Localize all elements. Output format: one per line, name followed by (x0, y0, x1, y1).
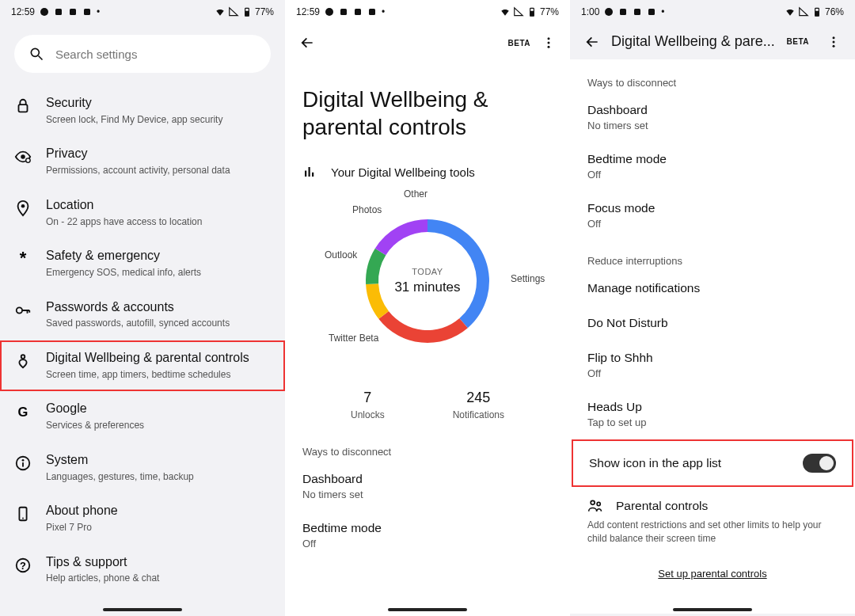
stat-label: Notifications (453, 409, 504, 420)
stat-unlocks[interactable]: 7 Unlocks (351, 390, 385, 420)
chart-label-other: Other (404, 188, 428, 200)
item-title: Flip to Shhh (587, 351, 838, 365)
stat-notifications[interactable]: 245 Notifications (453, 390, 504, 420)
item-title: Bedtime mode (587, 152, 838, 166)
search-bar[interactable] (14, 35, 271, 73)
item-dashboard[interactable]: Dashboard No timers set (285, 462, 570, 511)
status-time: 12:59 (11, 6, 35, 17)
section-ways-to-disconnect: Ways to disconnect (285, 432, 570, 462)
status-time: 1:00 (581, 6, 599, 17)
setting-item-digital-wellbeing-parental-controls[interactable]: Digital Wellbeing & parental controls Sc… (0, 340, 285, 391)
setting-item-google[interactable]: G Google Services & preferences (0, 391, 285, 442)
setting-item-tips-support[interactable]: ? Tips & support Help articles, phone & … (0, 545, 285, 595)
parental-controls-link[interactable]: Set up parental controls (570, 557, 855, 591)
setting-item-about-phone[interactable]: About phone Pixel 7 Pro (0, 493, 285, 544)
toggle-switch[interactable] (803, 454, 836, 473)
beta-badge: BETA (508, 39, 530, 48)
battery-icon (526, 6, 538, 17)
signal-icon (513, 6, 524, 17)
svg-rect-38 (648, 9, 655, 15)
svg-point-35 (605, 8, 613, 16)
app-icon (339, 7, 348, 17)
messenger-icon (604, 7, 614, 17)
item-focus-mode[interactable]: Focus modeOff (570, 192, 855, 241)
setting-text: Security Screen lock, Find My Device, ap… (46, 95, 271, 126)
stat-label: Unlocks (351, 409, 385, 420)
app-icon (82, 7, 92, 17)
info-icon (14, 454, 32, 472)
app-icon (353, 7, 363, 17)
toggle-label: Show icon in the app list (589, 456, 721, 470)
chart-label-settings: Settings (511, 273, 545, 284)
setting-text: System Languages, gestures, time, backup (46, 452, 271, 483)
key-icon (14, 302, 32, 319)
status-time: 12:59 (296, 6, 320, 17)
donut-slice-photos[interactable] (366, 249, 386, 284)
donut-slice-outlook[interactable] (366, 283, 389, 319)
setting-sub: Languages, gestures, time, backup (46, 471, 271, 484)
item-bedtime-mode[interactable]: Bedtime mode Off (285, 511, 570, 561)
setting-sub: Screen time, app timers, bedtime schedul… (46, 369, 271, 382)
item-dashboard[interactable]: DashboardNo timers set (570, 93, 855, 143)
page-title: Digital Wellbeing & pare... (611, 33, 776, 50)
item-manage-notifications[interactable]: Manage notifications (570, 272, 855, 306)
more-vert-icon[interactable] (826, 35, 841, 49)
svg-rect-32 (305, 171, 306, 177)
setting-sub: Screen lock, Find My Device, app securit… (46, 114, 271, 127)
phone-icon (14, 505, 32, 523)
setting-text: Privacy Permissions, account activity, p… (46, 146, 271, 177)
setting-item-passwords-accounts[interactable]: Passwords & accounts Saved passwords, au… (0, 290, 285, 340)
status-bar: 12:59 • 77% (0, 0, 285, 24)
svg-rect-33 (309, 167, 310, 177)
setting-title: Security (46, 95, 271, 112)
nav-bar[interactable] (388, 608, 467, 611)
more-dot: • (97, 6, 100, 17)
more-vert-icon[interactable] (542, 36, 556, 50)
item-sub: Off (587, 218, 838, 230)
setting-title: About phone (46, 503, 271, 519)
show-icon-toggle-row[interactable]: Show icon in the app list (572, 439, 853, 487)
parental-controls-row[interactable]: Parental controls (570, 487, 855, 519)
setting-title: Tips & support (46, 554, 271, 571)
svg-rect-26 (369, 9, 375, 15)
back-icon[interactable] (299, 35, 315, 51)
nav-bar[interactable] (673, 608, 752, 611)
usage-donut-chart[interactable]: TODAY 31 minutes SettingsTwitter BetaOut… (285, 190, 570, 372)
beta-badge: BETA (787, 37, 809, 46)
donut-slice-twitter-beta[interactable] (378, 311, 467, 343)
search-input[interactable] (55, 48, 256, 61)
chart-label-twitter-beta: Twitter Beta (329, 333, 378, 344)
svg-point-29 (548, 37, 550, 40)
svg-rect-5 (245, 11, 249, 16)
status-bar: 1:00 • 76% (570, 0, 855, 24)
item-bedtime-mode[interactable]: Bedtime modeOff (570, 143, 855, 192)
setting-title: Passwords & accounts (46, 299, 271, 316)
nav-bar[interactable] (103, 608, 182, 611)
settings-screen: 12:59 • 77% Security Screen lock, Find M… (0, 0, 285, 616)
section-reduce-interruptions: Reduce interruptions (570, 241, 855, 272)
wifi-icon (785, 6, 796, 17)
setting-item-security[interactable]: Security Screen lock, Find My Device, ap… (0, 86, 285, 136)
setting-item-privacy[interactable]: Privacy Permissions, account activity, p… (0, 136, 285, 187)
item-do-not-disturb[interactable]: Do Not Disturb (570, 306, 855, 341)
back-icon[interactable] (584, 34, 600, 50)
svg-rect-40 (815, 11, 819, 16)
stat-num: 245 (453, 390, 504, 406)
svg-point-17 (22, 459, 25, 462)
more-dot: • (382, 6, 385, 17)
item-flip-to-shhh[interactable]: Flip to ShhhOff (570, 341, 855, 390)
setting-sub: Pixel 7 Pro (46, 522, 271, 534)
setting-sub: Saved passwords, autofill, synced accoun… (46, 318, 271, 330)
app-icon (647, 7, 656, 17)
setting-item-system[interactable]: System Languages, gestures, time, backup (0, 443, 285, 493)
item-heads-up[interactable]: Heads UpTap to set up (570, 390, 855, 439)
dw-header: BETA (285, 24, 570, 62)
setting-item-location[interactable]: Location On - 22 apps have access to loc… (0, 188, 285, 238)
svg-point-31 (548, 46, 550, 48)
chart-center-label: TODAY (394, 267, 460, 276)
google-icon: G (14, 403, 32, 420)
svg-rect-25 (355, 9, 361, 15)
donut-slice-other[interactable] (375, 219, 428, 255)
setting-item-safety-emergency[interactable]: * Safety & emergency Emergency SOS, medi… (0, 238, 285, 289)
app-icon (633, 7, 642, 17)
